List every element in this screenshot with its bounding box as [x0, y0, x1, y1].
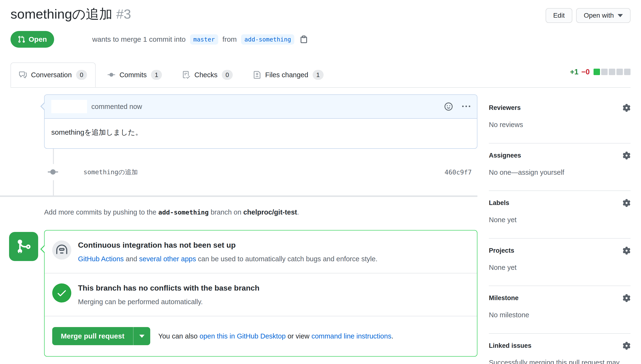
push-hint: Add more commits by pushing to the add-s… — [44, 208, 477, 216]
page-title: somethingの追加 #3 — [11, 6, 131, 22]
comment-options-button[interactable] — [462, 102, 470, 110]
comment-discussion-icon — [19, 71, 27, 79]
assignees-header[interactable]: Assignees — [489, 152, 630, 160]
labels-settings-button[interactable] — [623, 199, 630, 207]
commit-sha-link[interactable]: 460c9f7 — [444, 168, 472, 176]
tab-files-changed[interactable]: Files changed 1 — [245, 62, 332, 87]
labels-header[interactable]: Labels — [489, 199, 630, 207]
git-merge-icon — [16, 238, 32, 254]
clipboard-icon — [300, 35, 308, 44]
merge-summary-connector: from — [223, 35, 237, 44]
git-commit-icon — [108, 71, 115, 79]
check-icon — [56, 288, 67, 298]
diff-block-neutral — [601, 69, 608, 75]
labels-value: None yet — [489, 215, 630, 225]
milestone-header[interactable]: Milestone — [489, 294, 630, 302]
milestone-settings-button[interactable] — [623, 294, 630, 302]
diffstat-deletions: −0 — [581, 68, 590, 76]
diffstat: +1 −0 — [570, 68, 630, 76]
base-branch-label[interactable]: master — [190, 34, 218, 44]
redacted-author — [51, 100, 87, 113]
gear-icon — [623, 294, 630, 302]
discussion-timeline: commented now somethingを追加しました。 — [11, 94, 477, 356]
comment-header: commented now — [45, 95, 477, 119]
merge-box: Continuous integration has not been set … — [44, 230, 477, 356]
ci-text: Continuous integration has not been set … — [78, 240, 377, 264]
ci-section: Continuous integration has not been set … — [45, 230, 477, 273]
tab-label: Commits — [120, 71, 147, 79]
labels-heading: Labels — [489, 199, 509, 207]
tab-label: Checks — [194, 71, 218, 79]
reviewers-value: No reviews — [489, 120, 630, 130]
milestone-heading: Milestone — [489, 294, 519, 302]
merge-pull-request-button[interactable]: Merge pull request — [52, 327, 133, 345]
reviewers-header[interactable]: Reviewers — [489, 104, 630, 112]
comment-meta: commented now — [91, 103, 444, 110]
add-reaction-button[interactable] — [444, 102, 453, 110]
pr-description-comment: commented now somethingを追加しました。 — [44, 94, 477, 149]
conflicts-section: This branch has no conflicts with the ba… — [45, 273, 477, 316]
pull-request-page: somethingの追加 #3 Edit Open with Open want… — [0, 0, 641, 364]
edit-button[interactable]: Edit — [546, 8, 572, 23]
diffstat-additions: +1 — [570, 68, 578, 76]
pr-number: #3 — [116, 6, 131, 22]
sidebar-section-reviewers: Reviewers No reviews — [489, 96, 630, 144]
gear-icon — [623, 342, 630, 350]
tab-count: 1 — [313, 70, 324, 80]
smiley-icon — [444, 102, 453, 110]
sidebar-section-labels: Labels None yet — [489, 191, 630, 238]
dropdown-caret-icon — [139, 335, 145, 338]
merge-options-caret-button[interactable] — [133, 327, 150, 345]
conflicts-text: This branch has no conflicts with the ba… — [78, 282, 259, 307]
pr-state-badge: Open — [11, 31, 54, 48]
github-actions-link[interactable]: GitHub Actions — [78, 255, 124, 263]
assignees-settings-button[interactable] — [623, 152, 630, 160]
also-prefix: You can also — [158, 332, 198, 340]
git-pull-request-icon — [18, 36, 25, 43]
pr-title-text: somethingの追加 — [11, 6, 113, 22]
copy-branch-button[interactable] — [300, 35, 308, 44]
merge-status: Continuous integration has not been set … — [44, 230, 477, 356]
hubot-avatar — [52, 240, 71, 260]
gear-icon — [623, 152, 630, 160]
edit-button-label: Edit — [553, 12, 565, 19]
head-branch-label[interactable]: add-something — [241, 34, 295, 44]
redacted-author — [54, 34, 92, 44]
kebab-horizontal-icon — [462, 102, 470, 110]
commit-message-link[interactable]: somethingの追加 — [84, 168, 138, 176]
sidebar-section-assignees: Assignees No one—assign yourself — [489, 144, 630, 191]
also-suffix: . — [391, 332, 393, 340]
other-apps-link[interactable]: several other apps — [139, 255, 196, 263]
also-connector: or view — [288, 332, 310, 340]
commit-timeline: somethingの追加 460c9f7 — [11, 149, 477, 196]
sidebar-section-linked-issues: Linked issues Successfully merging this … — [489, 334, 630, 364]
sidebar-section-milestone: Milestone No milestone — [489, 286, 630, 334]
open-with-button[interactable]: Open with — [576, 8, 630, 23]
linked-issues-settings-button[interactable] — [623, 342, 630, 350]
linked-issues-header[interactable]: Linked issues — [489, 342, 630, 350]
reviewers-heading: Reviewers — [489, 104, 521, 112]
push-hint-repo: chelproc/git-test — [243, 208, 297, 216]
comment-box: commented now somethingを追加しました。 — [44, 94, 477, 149]
checklist-icon — [182, 71, 190, 79]
git-commit-icon — [48, 164, 58, 180]
diff-block-neutral — [616, 69, 623, 75]
commit-row: somethingの追加 460c9f7 — [11, 168, 477, 176]
projects-header[interactable]: Projects — [489, 247, 630, 254]
command-line-instructions-link[interactable]: command line instructions — [311, 332, 391, 340]
github-desktop-link[interactable]: open this in GitHub Desktop — [200, 332, 286, 340]
pr-state-label: Open — [29, 35, 47, 44]
push-hint-suffix: . — [297, 208, 299, 216]
tab-count: 0 — [222, 70, 233, 80]
reviewers-settings-button[interactable] — [623, 104, 630, 112]
push-hint-prefix: Add more commits by pushing to the — [44, 208, 156, 216]
diff-block-added — [593, 69, 600, 75]
assignees-value[interactable]: No one—assign yourself — [489, 168, 630, 177]
tab-checks[interactable]: Checks 0 — [174, 62, 241, 87]
tab-commits[interactable]: Commits 1 — [99, 62, 171, 87]
projects-settings-button[interactable] — [623, 247, 630, 254]
tab-conversation[interactable]: Conversation 0 — [11, 62, 96, 87]
ci-rest: can be used to automatically catch bugs … — [198, 255, 377, 263]
tab-count: 0 — [76, 70, 87, 80]
pr-header: somethingの追加 #3 Edit Open with — [11, 0, 630, 23]
